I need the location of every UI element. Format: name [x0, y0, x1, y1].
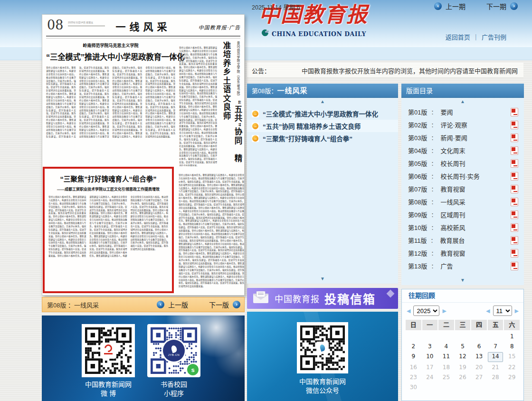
banner-brand: 中国教育报: [275, 292, 320, 305]
pdf-icon[interactable]: [511, 223, 518, 232]
calendar-empty: [422, 383, 438, 392]
calendar-day[interactable]: 7: [488, 342, 504, 351]
next-page-link[interactable]: 下一版: [209, 300, 229, 309]
ads-link[interactable]: 广告刊例: [482, 34, 506, 41]
directory-page-num: 第07版: [408, 184, 427, 193]
calendar-day[interactable]: 9: [406, 352, 421, 361]
directory-page-num: 第04版: [408, 146, 427, 155]
calendar-day[interactable]: 10: [422, 352, 438, 361]
calendar-grid: 1234567891011121314151617181920212223242…: [406, 332, 520, 392]
prev-issue-link[interactable]: 上一期: [446, 1, 466, 11]
directory-row[interactable]: 第12版：教育视窗: [401, 247, 524, 259]
directory-row[interactable]: 第13版：广告: [401, 259, 524, 272]
directory-separator: ：: [431, 236, 437, 244]
prev-issue-icon[interactable]: ‹: [434, 2, 442, 10]
directory-page-num: 第11版: [408, 236, 427, 245]
pdf-icon[interactable]: [511, 172, 518, 181]
home-link[interactable]: 返回首页: [446, 34, 470, 41]
directory-row[interactable]: 第08版：一线风采: [401, 195, 524, 208]
submission-banner[interactable]: 中国教育报 投稿信箱: [247, 288, 398, 309]
article-list-item[interactable]: → “三聚焦”打好铸魂育人“组合拳”: [247, 132, 398, 144]
year-select[interactable]: 2025: [413, 306, 439, 316]
calendar-day[interactable]: 2: [406, 342, 421, 351]
archive-title: 往期回顾: [402, 289, 523, 303]
article-list-item-current[interactable]: → “五共”协同 精准培养乡土语文良师: [247, 120, 398, 132]
calendar-day[interactable]: 13: [471, 352, 487, 361]
next-page-icon[interactable]: ›: [233, 301, 240, 308]
jyb-logo: JYB.CN: [163, 340, 185, 362]
directory-separator: ：: [431, 210, 437, 219]
directory-row[interactable]: 第07版：教育视窗: [401, 182, 524, 195]
calendar-day[interactable]: 1: [504, 332, 520, 341]
pdf-icon[interactable]: [511, 210, 518, 219]
calendar-day[interactable]: 12: [455, 352, 471, 361]
pdf-icon[interactable]: [511, 108, 518, 116]
pdf-icon[interactable]: [511, 159, 518, 168]
qr-label-wechat: 中国教育新闻网微信公众号: [287, 377, 358, 395]
scroll-down-icon[interactable]: ▼: [401, 277, 524, 284]
next-month-icon[interactable]: ▶: [515, 308, 519, 314]
weibo-logo: [101, 344, 115, 358]
scroll-up-icon[interactable]: ▲: [401, 98, 524, 105]
month-select[interactable]: 11: [493, 306, 512, 316]
directory-row[interactable]: 第03版：新闻·要闻: [401, 131, 524, 144]
directory-row[interactable]: 第04版：文化周末: [401, 144, 524, 157]
calendar-day: 20: [471, 363, 487, 372]
pdf-icon[interactable]: [511, 249, 518, 258]
calendar-day: 22: [504, 363, 520, 372]
article-list-item[interactable]: → “三全模式”推进大中小学思政教育一体化: [247, 107, 398, 120]
pdf-icon[interactable]: [511, 236, 518, 245]
pdf-icon[interactable]: [511, 121, 518, 129]
next-issue-icon[interactable]: ›: [510, 2, 518, 10]
calendar-day: 29: [504, 373, 520, 382]
article-sanquan[interactable]: 岭南师范学院马克思主义学院 “三全模式”推进大中小学思政教育一体化 坚持立德树人…: [46, 42, 175, 155]
pdf-icon[interactable]: [511, 134, 518, 142]
calendar-day[interactable]: 5: [455, 342, 471, 351]
highlighted-article-sanjujiao[interactable]: “三聚焦”打好铸魂育人“组合拳” ——成都工贸职业技术学院以工匠文化引领思政工作…: [43, 167, 174, 293]
directory-row[interactable]: 第02版：评论·观察: [401, 118, 524, 131]
miniprogram-icon: s: [187, 364, 199, 375]
link-divider: ｜: [473, 34, 479, 41]
directory-page-name: 校长周刊·实务: [440, 172, 479, 181]
directory-page-num: 第03版: [408, 133, 427, 142]
article-wugong[interactable]: 黄冈师范学院文学院（苏东坡书院） “五共”协同 精准培养乡土语文良师: [218, 41, 244, 168]
calendar-day[interactable]: 6: [471, 342, 487, 351]
calendar-day[interactable]: 11: [438, 352, 454, 361]
pdf-icon[interactable]: [511, 198, 518, 206]
directory-page-num: 第08版: [408, 197, 427, 206]
arrow-right-icon: →: [252, 110, 259, 117]
pdf-icon[interactable]: [511, 262, 518, 270]
directory-row[interactable]: 第11版：教育展台: [401, 234, 524, 247]
prev-month-icon[interactable]: ◀: [486, 308, 490, 314]
calendar-empty: [504, 383, 520, 392]
scroll-up-icon[interactable]: ▲: [247, 98, 398, 105]
directory-separator: ：: [431, 223, 437, 231]
calendar-day[interactable]: 3: [422, 342, 438, 351]
weekday-label: 五: [488, 320, 504, 330]
directory-separator: ：: [431, 185, 437, 193]
directory-row[interactable]: 第05版：校长周刊: [401, 157, 524, 170]
scroll-down-icon[interactable]: ▼: [247, 275, 398, 283]
calendar-day[interactable]: 8: [504, 342, 520, 351]
next-year-icon[interactable]: ▶: [442, 308, 446, 314]
calendar-day[interactable]: 14: [488, 352, 504, 362]
directory-row[interactable]: 第10版：高校新风: [401, 221, 524, 234]
page-nav-bar: 第08版 ：一线风采 ‹ 上一版 下一版 ›: [42, 297, 245, 312]
article-headline: “三聚焦”打好铸魂育人“组合拳”: [48, 173, 168, 183]
directory-row[interactable]: 第09版：区域周刊: [401, 208, 524, 221]
announcement-bar: 公告： 中国教育报数字报仅开放当年内容的浏览，其他时间的内容请至中国教育新闻网: [247, 63, 523, 78]
prev-year-icon[interactable]: ◀: [407, 308, 410, 314]
next-issue-link[interactable]: 下一期: [486, 1, 506, 11]
announcement-text: 中国教育报数字报仅开放当年内容的浏览，其他时间的内容请至中国教育新闻网: [302, 66, 518, 75]
calendar-day[interactable]: 4: [438, 342, 454, 351]
directory-page-name: 一线风采: [440, 197, 465, 206]
directory-row[interactable]: 第01版：要闻: [401, 105, 524, 118]
directory-page-num: 第12版: [408, 248, 427, 258]
pdf-icon[interactable]: [511, 185, 518, 193]
prev-page-icon[interactable]: ‹: [157, 301, 164, 308]
weekday-label: 一: [422, 320, 438, 330]
prev-page-link[interactable]: 上一版: [168, 300, 188, 309]
pdf-icon[interactable]: [511, 146, 518, 155]
directory-row[interactable]: 第06版：校长周刊·实务: [401, 170, 524, 182]
newspaper-page[interactable]: 08 2025年11月14日 星期五 一线风采 中国教育报·广告 岭南师范学院马…: [42, 14, 245, 296]
